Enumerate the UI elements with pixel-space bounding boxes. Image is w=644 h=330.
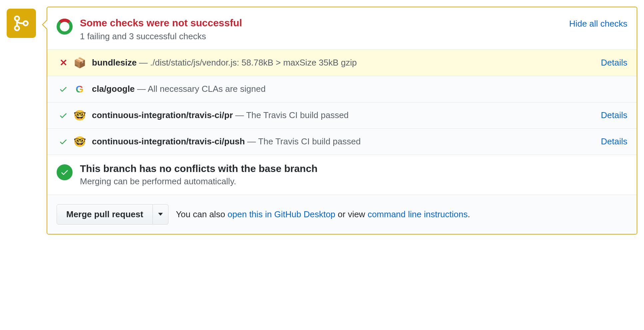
- check-status-icon: ✕: [57, 57, 70, 68]
- check-status-icon: [57, 111, 70, 120]
- check-desc: All necessary CLAs are signed: [148, 84, 266, 94]
- x-icon: ✕: [60, 57, 67, 68]
- check-name: cla/google: [92, 84, 135, 94]
- check-desc: The Travis CI build passed: [246, 110, 349, 120]
- check-icon: [59, 111, 68, 120]
- status-donut-icon: [57, 19, 73, 35]
- google-icon: G: [73, 83, 86, 95]
- package-icon: 📦: [73, 57, 86, 69]
- merge-status-subtitle: Merging can be performed automatically.: [80, 176, 317, 187]
- check-desc: ./dist/static/js/vendor.js: 58.78kB > ma…: [150, 58, 357, 68]
- check-name: continuous-integration/travis-ci/push: [92, 136, 245, 146]
- hide-all-checks-link[interactable]: Hide all checks: [569, 19, 627, 29]
- svg-point-0: [15, 16, 19, 21]
- merge-footer: Merge pull request You can also open thi…: [47, 195, 637, 234]
- git-merge-icon: [13, 15, 30, 32]
- checks-subtitle: 1 failing and 3 successful checks: [80, 31, 564, 42]
- open-desktop-link[interactable]: open this in GitHub Desktop: [227, 209, 335, 219]
- check-row: 🤓continuous-integration/travis-ci/pr — T…: [47, 102, 637, 129]
- checks-title: Some checks were not successful: [80, 17, 564, 29]
- travis-icon: 🤓: [73, 135, 86, 148]
- check-desc: The Travis CI build passed: [258, 136, 361, 146]
- check-text: continuous-integration/travis-ci/pr — Th…: [92, 110, 596, 120]
- merge-dropdown-button[interactable]: [153, 204, 168, 225]
- check-row: Gcla/google — All necessary CLAs are sig…: [47, 76, 637, 102]
- checks-header: Some checks were not successful 1 failin…: [47, 7, 637, 50]
- help-post: .: [468, 209, 470, 219]
- check-text: bundlesize — ./dist/static/js/vendor.js:…: [92, 58, 596, 68]
- check-text: cla/google — All necessary CLAs are sign…: [92, 84, 627, 94]
- check-status-icon: [57, 85, 70, 93]
- merge-button-group: Merge pull request: [57, 204, 168, 225]
- check-icon: [59, 85, 68, 93]
- git-merge-badge: [7, 9, 36, 38]
- check-row: 🤓continuous-integration/travis-ci/push —…: [47, 129, 637, 155]
- help-mid: or view: [335, 209, 368, 219]
- caret-down-icon: [158, 213, 163, 216]
- svg-point-1: [15, 26, 19, 30]
- check-icon: [59, 137, 68, 146]
- check-row: ✕📦bundlesize — ./dist/static/js/vendor.j…: [47, 50, 637, 76]
- svg-point-2: [24, 21, 28, 26]
- details-link[interactable]: Details: [601, 136, 627, 147]
- merge-status-section: This branch has no conflicts with the ba…: [47, 155, 637, 195]
- travis-icon: 🤓: [73, 109, 86, 122]
- details-link[interactable]: Details: [601, 58, 627, 68]
- merge-help-text: You can also open this in GitHub Desktop…: [176, 209, 470, 220]
- merge-pull-request-button[interactable]: Merge pull request: [57, 204, 153, 225]
- details-link[interactable]: Details: [601, 110, 627, 120]
- merge-box: Some checks were not successful 1 failin…: [47, 7, 637, 235]
- success-circle-icon: [57, 164, 73, 180]
- help-pre: You can also: [176, 209, 227, 219]
- check-status-icon: [57, 137, 70, 146]
- merge-status-title: This branch has no conflicts with the ba…: [80, 163, 317, 174]
- cli-instructions-link[interactable]: command line instructions: [368, 209, 468, 219]
- check-name: continuous-integration/travis-ci/pr: [92, 110, 233, 120]
- check-name: bundlesize: [92, 58, 137, 68]
- check-text: continuous-integration/travis-ci/push — …: [92, 136, 596, 147]
